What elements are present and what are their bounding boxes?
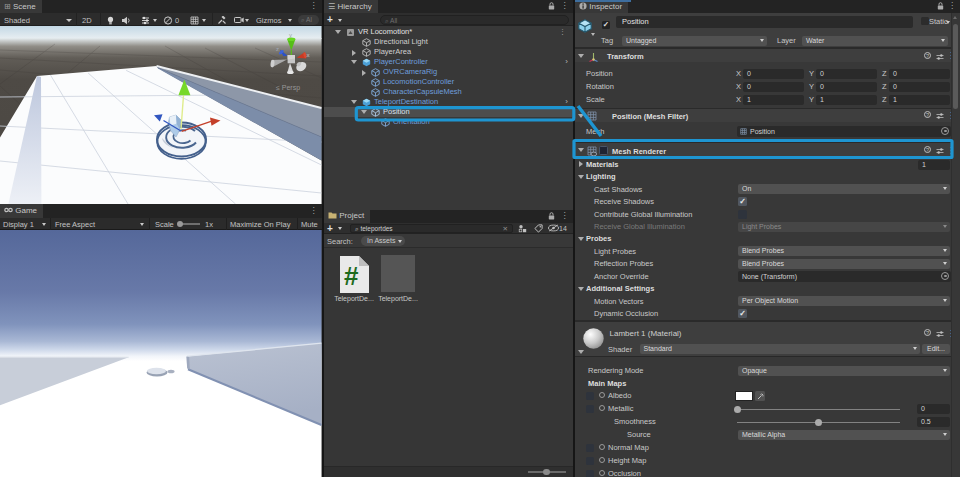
svg-text:≤ Persp: ≤ Persp	[276, 84, 300, 92]
svg-text:x: x	[307, 52, 310, 58]
svg-text:#: #	[344, 261, 359, 291]
svg-text:z: z	[276, 46, 279, 52]
svg-text:y: y	[289, 32, 292, 38]
